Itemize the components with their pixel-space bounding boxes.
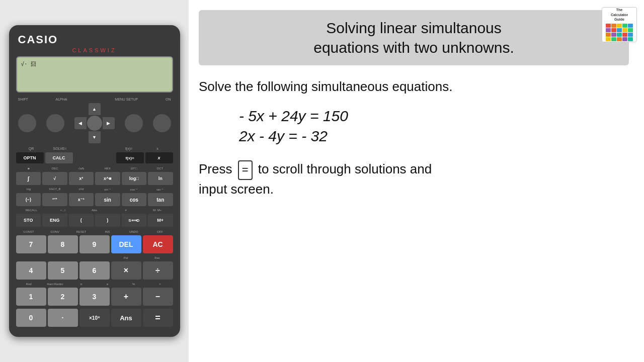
exp-button[interactable]: ×10ˣ <box>79 309 110 327</box>
press-instruction: to scroll through solutions and <box>258 161 432 176</box>
alpha-button[interactable] <box>46 114 64 132</box>
equals-key-icon: = <box>238 160 253 180</box>
dpad-label <box>74 147 115 150</box>
int-button[interactable]: ∫ <box>16 172 41 185</box>
tan-button[interactable]: tan <box>148 193 173 206</box>
ln-button[interactable]: ln <box>148 172 173 185</box>
cos-button[interactable]: cos <box>122 193 147 206</box>
press-text: Press = to scroll through solutions and … <box>199 160 629 198</box>
dpad-center[interactable] <box>87 116 102 131</box>
sqrt-button[interactable]: √ <box>42 172 67 185</box>
lparen-button[interactable]: ( <box>69 214 94 227</box>
dpad-up[interactable]: ▲ <box>89 103 101 115</box>
equation-1: - 5x + 24y = 150 <box>239 108 629 125</box>
degrees-button[interactable]: °'" <box>42 193 67 206</box>
on-label: ON <box>166 98 171 101</box>
optn-button[interactable]: OPTN <box>16 152 44 163</box>
mul-button[interactable]: × <box>111 261 141 280</box>
qr-label: QR <box>17 147 46 150</box>
menu-label: MENU SETUP <box>115 98 138 101</box>
fx-label: f(x)= <box>115 147 143 150</box>
equation-2: 2x - 4y = - 32 <box>239 128 629 145</box>
calculator-body: CASIO CLASSWIZ √· 囧 SHIFT ALPHA MENU SET… <box>9 25 180 337</box>
ans-button[interactable]: Ans <box>111 309 141 327</box>
plus-button[interactable]: + <box>111 288 141 306</box>
calculator-display: √· 囧 <box>16 56 173 93</box>
calculator-guide-logo: The Calculator Guide <box>602 7 637 42</box>
intro-text: Solve the following simultaneous equatio… <box>199 77 629 96</box>
x2-button[interactable]: x² <box>69 172 94 185</box>
eng-button[interactable]: ENG <box>42 214 67 227</box>
0-button[interactable]: 0 <box>16 309 46 327</box>
xn-button[interactable]: x^■ <box>95 172 120 185</box>
fx-button[interactable]: f(x)= <box>116 152 144 163</box>
xinv-button[interactable]: x⁻¹ <box>69 193 94 206</box>
1-button[interactable]: 1 <box>16 288 46 306</box>
alpha-label: ALPHA <box>56 98 67 101</box>
7-button[interactable]: 7 <box>16 235 46 253</box>
minus-button[interactable]: − <box>143 288 173 306</box>
solve-label: SOLVE= <box>46 147 74 150</box>
4-button[interactable]: 4 <box>16 261 46 280</box>
dpad: ▲ ▼ ◀ ▶ <box>74 103 115 143</box>
title-text: Solving linear simultanous equations wit… <box>211 18 617 57</box>
menu-button[interactable] <box>125 114 143 132</box>
display-content: √· 囧 <box>21 60 168 68</box>
logo-line2: Calculator <box>611 13 628 17</box>
equals-button[interactable]: = <box>143 309 173 327</box>
x-button[interactable]: x <box>145 152 173 163</box>
equation-block: - 5x + 24y = 150 2x - 4y = - 32 <box>239 108 629 145</box>
title-line1: Solving linear simultanous <box>326 20 502 36</box>
press-word: Press <box>199 161 232 176</box>
6-button[interactable]: 6 <box>79 261 110 280</box>
ac-button[interactable]: AC <box>143 235 173 253</box>
rparen-button[interactable]: ) <box>95 214 120 227</box>
x-label: x <box>143 147 172 150</box>
casio-brand: CASIO <box>16 33 173 46</box>
eq1-text: - 5x + 24y = 150 <box>239 108 348 124</box>
sd-button[interactable]: S⟺D <box>122 214 147 227</box>
title-box: Solving linear simultanous equations wit… <box>199 10 629 65</box>
5-button[interactable]: 5 <box>48 261 78 280</box>
classwiz-model: CLASSWIZ <box>16 47 173 53</box>
shift-label: SHIFT <box>18 98 28 101</box>
logo-line3: Guide <box>614 18 624 22</box>
sin-button[interactable]: sin <box>95 193 120 206</box>
3-button[interactable]: 3 <box>79 288 110 306</box>
2-button[interactable]: 2 <box>48 288 78 306</box>
9-button[interactable]: 9 <box>79 235 110 253</box>
sto-button[interactable]: STO <box>16 214 41 227</box>
div-button[interactable]: ÷ <box>143 261 173 280</box>
mplus-button[interactable]: M+ <box>148 214 173 227</box>
dpad-right[interactable]: ▶ <box>103 117 115 129</box>
logo-grid <box>605 23 634 42</box>
neg-button[interactable]: (−) <box>16 193 41 206</box>
button-area: SHIFT ALPHA MENU SETUP ON ▲ ▼ ◀ ▶ <box>16 98 173 327</box>
del-button[interactable]: DEL <box>111 235 141 253</box>
dot-button[interactable]: · <box>48 309 78 327</box>
8-button[interactable]: 8 <box>48 235 78 253</box>
calc-button[interactable]: CALC <box>45 152 73 163</box>
calculator-panel: CASIO CLASSWIZ √· 囧 SHIFT ALPHA MENU SET… <box>0 0 189 362</box>
dpad-down[interactable]: ▼ <box>89 131 101 143</box>
log-button[interactable]: log□ <box>122 172 147 185</box>
shift-button[interactable] <box>18 114 36 132</box>
on-button[interactable] <box>153 114 171 132</box>
press-instruction-2: input screen. <box>199 182 274 197</box>
content-panel: The Calculator Guide <box>189 0 644 362</box>
title-line2: equations with two unknowns. <box>313 39 514 56</box>
logo-line1: The <box>615 7 623 13</box>
dpad-left[interactable]: ◀ <box>74 117 87 129</box>
eq2-text: 2x - 4y = - 32 <box>239 128 328 144</box>
